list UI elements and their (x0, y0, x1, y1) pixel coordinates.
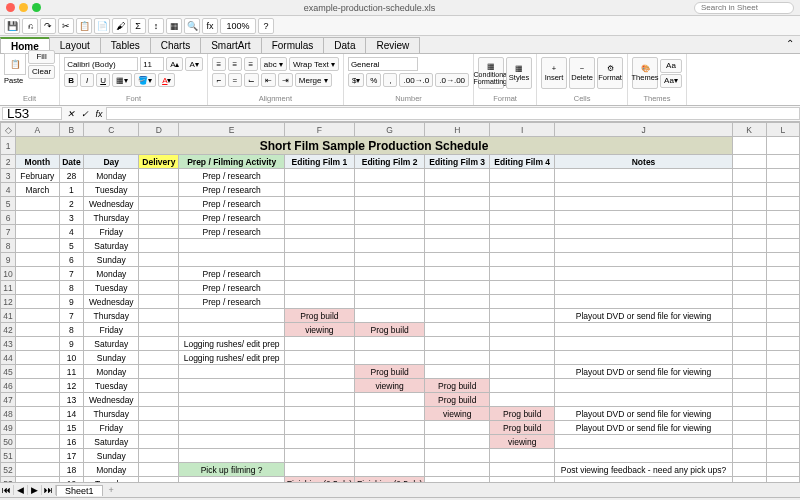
align-center-icon[interactable]: ≡ (228, 57, 242, 71)
cell[interactable]: viewing (355, 379, 425, 393)
table-row[interactable]: 5117Sunday (1, 449, 800, 463)
cell[interactable]: Wednesday (84, 393, 139, 407)
column-header-I[interactable]: I (490, 123, 555, 137)
cell[interactable]: Saturday (84, 337, 139, 351)
cell[interactable] (355, 351, 425, 365)
cell[interactable] (355, 281, 425, 295)
cell[interactable]: 2 (59, 197, 84, 211)
cell[interactable]: 17 (59, 449, 84, 463)
cell[interactable] (16, 407, 59, 421)
cell[interactable] (355, 225, 425, 239)
cell[interactable] (555, 267, 733, 281)
paste-icon[interactable]: 📄 (94, 18, 110, 34)
table-row[interactable]: 129WednesdayPrep / research (1, 295, 800, 309)
cell[interactable]: Finishing (0.5 dy) (355, 477, 425, 483)
cell[interactable] (16, 379, 59, 393)
cell[interactable] (139, 351, 179, 365)
cell[interactable]: Prep / research (179, 197, 284, 211)
cell[interactable] (284, 379, 354, 393)
cell[interactable]: Prog build (490, 421, 555, 435)
cell[interactable] (355, 421, 425, 435)
cell[interactable]: 6 (59, 253, 84, 267)
cell[interactable] (425, 239, 490, 253)
cell[interactable] (179, 421, 284, 435)
column-header-A[interactable]: A (16, 123, 59, 137)
cell[interactable] (16, 211, 59, 225)
show-icon[interactable]: 🔍 (184, 18, 200, 34)
collapse-ribbon-icon[interactable]: ⌃ (780, 36, 800, 53)
hdr-ef3[interactable]: Editing Film 3 (425, 155, 490, 169)
cell[interactable] (490, 393, 555, 407)
cell[interactable] (179, 239, 284, 253)
cell[interactable]: Prog build (284, 309, 354, 323)
cell[interactable] (284, 225, 354, 239)
column-header-F[interactable]: F (284, 123, 354, 137)
cell[interactable]: 3 (59, 211, 84, 225)
tab-formulas[interactable]: Formulas (261, 37, 325, 53)
cell[interactable]: Saturday (84, 435, 139, 449)
spreadsheet-grid[interactable]: ◇ABCDEFGHIJKL 1Short Film Sample Product… (0, 122, 800, 482)
cell[interactable] (284, 351, 354, 365)
cell[interactable] (179, 435, 284, 449)
column-header-B[interactable]: B (59, 123, 84, 137)
cell[interactable]: 7 (59, 309, 84, 323)
cell[interactable]: Prep / research (179, 183, 284, 197)
column-header-D[interactable]: D (139, 123, 179, 137)
cell[interactable] (555, 211, 733, 225)
font-color-button[interactable]: A▾ (158, 73, 175, 87)
hdr-notes[interactable]: Notes (555, 155, 733, 169)
cell[interactable] (425, 309, 490, 323)
cell[interactable] (355, 435, 425, 449)
table-row[interactable]: 428FridayviewingProg build (1, 323, 800, 337)
table-row[interactable]: 4612TuesdayviewingProg build (1, 379, 800, 393)
cell[interactable] (16, 295, 59, 309)
cell[interactable] (555, 351, 733, 365)
tab-review[interactable]: Review (365, 37, 420, 53)
font-size-input[interactable] (140, 57, 164, 71)
cell[interactable] (490, 239, 555, 253)
cell[interactable] (284, 463, 354, 477)
cell[interactable] (355, 239, 425, 253)
cell[interactable] (284, 169, 354, 183)
cell[interactable]: Prog build (355, 365, 425, 379)
align-right-icon[interactable]: ≡ (244, 57, 258, 71)
cell[interactable] (16, 197, 59, 211)
cell[interactable] (284, 183, 354, 197)
cell[interactable] (16, 449, 59, 463)
cell[interactable]: Tuesday (84, 281, 139, 295)
valign-middle-icon[interactable]: = (228, 73, 242, 87)
enter-formula-icon[interactable]: ✓ (78, 109, 92, 119)
cell[interactable] (425, 421, 490, 435)
cell[interactable] (284, 239, 354, 253)
cell[interactable]: 15 (59, 421, 84, 435)
cell[interactable] (555, 435, 733, 449)
cell[interactable]: 8 (59, 281, 84, 295)
tab-tables[interactable]: Tables (100, 37, 151, 53)
column-header-L[interactable]: L (766, 123, 799, 137)
table-row[interactable]: 107MondayPrep / research (1, 267, 800, 281)
cell[interactable] (139, 281, 179, 295)
cell[interactable] (355, 449, 425, 463)
cell[interactable] (139, 337, 179, 351)
table-row[interactable]: 439SaturdayLogging rushes/ edit prep (1, 337, 800, 351)
italic-button[interactable]: I (80, 73, 94, 87)
cell[interactable]: viewing (425, 407, 490, 421)
tab-layout[interactable]: Layout (49, 37, 101, 53)
cell[interactable]: Thursday (84, 309, 139, 323)
cell[interactable] (139, 239, 179, 253)
cell[interactable] (555, 323, 733, 337)
cell[interactable] (355, 463, 425, 477)
cell[interactable] (284, 295, 354, 309)
cell[interactable] (355, 183, 425, 197)
cell[interactable]: 14 (59, 407, 84, 421)
column-header-E[interactable]: E (179, 123, 284, 137)
cell[interactable] (490, 323, 555, 337)
cell[interactable] (555, 393, 733, 407)
cell[interactable] (355, 169, 425, 183)
cell[interactable] (16, 393, 59, 407)
cell[interactable] (139, 211, 179, 225)
table-row[interactable]: 63ThursdayPrep / research (1, 211, 800, 225)
cell[interactable]: Sunday (84, 253, 139, 267)
cell[interactable] (139, 393, 179, 407)
cell[interactable] (139, 449, 179, 463)
